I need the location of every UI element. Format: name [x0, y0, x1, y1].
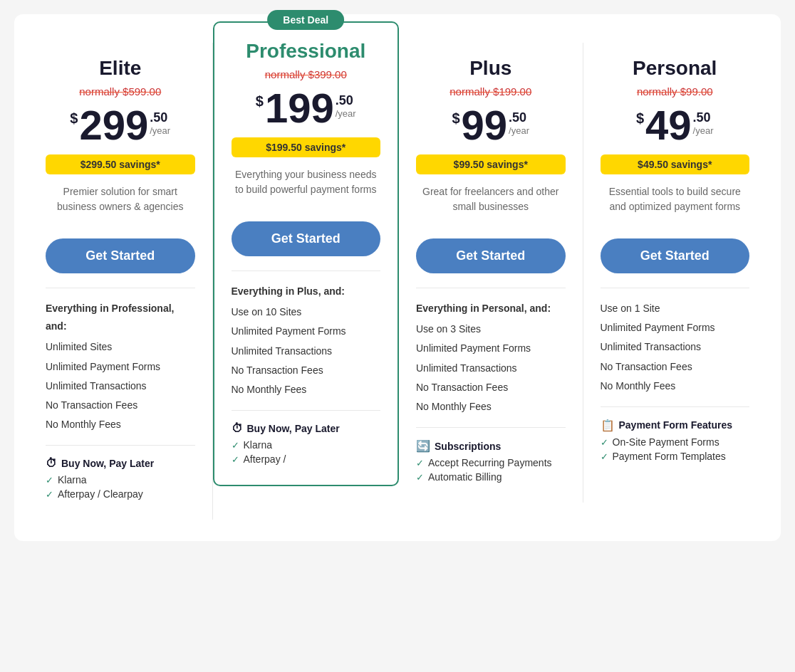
price-row-elite: $ 299 .50 /year: [46, 105, 195, 146]
section1-divider-professional: [232, 410, 381, 411]
feature-item-professional-2: Unlimited Transactions: [232, 342, 381, 360]
original-price-elite: normally $599.00: [46, 85, 195, 98]
section1-item-personal-0: ✓ On-Site Payment Forms: [601, 436, 750, 448]
price-year-personal: /year: [693, 125, 714, 136]
features-header-elite: Everything in Professional, and:: [46, 300, 195, 335]
section1-item-text-personal-1: Payment Form Templates: [613, 451, 726, 462]
plan-name-personal: Personal: [601, 57, 750, 80]
divider-professional: [232, 271, 381, 271]
plan-description-plus: Great for freelancers and other small bu…: [416, 184, 566, 227]
get-started-btn-plus[interactable]: Get Started: [416, 238, 566, 273]
feature-item-professional-4: No Monthly Fees: [232, 381, 381, 399]
section1-header-plus: 🔄 Subscriptions: [416, 439, 566, 453]
plan-name-elite: Elite: [46, 57, 195, 80]
get-started-btn-professional[interactable]: Get Started: [232, 221, 381, 256]
section1-divider-elite: [46, 445, 195, 446]
price-row-plus: $ 99 .50 /year: [416, 105, 566, 146]
plan-name-plus: Plus: [416, 57, 566, 80]
section1-header-personal: 📋 Payment Form Features: [601, 419, 750, 432]
section1-icon-personal: 📋: [601, 419, 615, 432]
plan-card-professional: Best DealProfessionalnormally $399.00 $ …: [213, 21, 400, 486]
feature-item-professional-3: No Transaction Fees: [232, 362, 381, 379]
check-icon-elite-1: ✓: [46, 489, 53, 500]
price-cents-professional: .50: [336, 93, 356, 108]
original-price-personal: normally $99.00: [601, 85, 750, 98]
plan-card-plus: Plusnormally $199.00 $ 99 .50 /year $99.…: [399, 43, 583, 503]
section1-label-personal: Payment Form Features: [619, 419, 733, 431]
feature-item-professional-0: Use on 10 Sites: [232, 303, 381, 321]
section1-item-text-plus-0: Accept Recurring Payments: [428, 457, 552, 468]
feature-item-plus-4: No Monthly Fees: [416, 398, 566, 416]
price-cents-personal: .50: [693, 110, 714, 125]
section1-item-elite-1: ✓ Afterpay / Clearpay: [46, 488, 195, 500]
plan-description-personal: Essential tools to build secure and opti…: [601, 184, 750, 227]
section1-item-professional-1: ✓ Afterpay /: [232, 453, 381, 465]
plan-card-elite: Elitenormally $599.00 $ 299 .50 /year $2…: [28, 43, 213, 520]
price-dollar-personal: $: [636, 110, 644, 127]
section1-icon-plus: 🔄: [416, 439, 430, 453]
feature-item-personal-3: No Transaction Fees: [601, 358, 750, 376]
section1-icon-professional: ⏱: [232, 422, 243, 435]
check-icon-plus-1: ✓: [416, 472, 424, 483]
section1-item-text-elite-1: Afterpay / Clearpay: [58, 488, 143, 500]
price-cents-plus: .50: [509, 110, 529, 125]
check-icon-professional-0: ✓: [232, 440, 239, 451]
feature-item-professional-1: Unlimited Payment Forms: [232, 322, 381, 340]
feature-item-elite-4: No Monthly Fees: [46, 416, 195, 434]
plan-description-elite: Premier solution for smart business owne…: [46, 184, 195, 227]
check-icon-personal-0: ✓: [601, 437, 608, 448]
price-year-plus: /year: [509, 125, 529, 136]
pricing-wrapper: Elitenormally $599.00 $ 299 .50 /year $2…: [14, 14, 781, 541]
price-year-professional: /year: [336, 108, 356, 119]
price-row-professional: $ 199 .50 /year: [232, 88, 381, 129]
check-icon-personal-1: ✓: [601, 451, 608, 462]
feature-item-personal-1: Unlimited Payment Forms: [601, 319, 750, 337]
get-started-btn-elite[interactable]: Get Started: [46, 238, 195, 273]
section1-item-elite-0: ✓ Klarna: [46, 474, 195, 485]
savings-badge-personal: $49.50 savings*: [601, 154, 750, 174]
section1-divider-plus: [416, 427, 566, 428]
feature-item-personal-4: No Monthly Fees: [601, 377, 750, 395]
features-list-professional: Everything in Plus, and:Use on 10 SitesU…: [232, 283, 381, 399]
divider-plus: [416, 288, 566, 288]
section1-item-professional-0: ✓ Klarna: [232, 439, 381, 451]
feature-item-elite-2: Unlimited Transactions: [46, 377, 195, 395]
feature-item-personal-2: Unlimited Transactions: [601, 338, 750, 356]
features-list-personal: Use on 1 SiteUnlimited Payment FormsUnli…: [601, 300, 750, 395]
section1-header-professional: ⏱ Buy Now, Pay Later: [232, 422, 381, 435]
section1-item-personal-1: ✓ Payment Form Templates: [601, 451, 750, 462]
check-icon-plus-0: ✓: [416, 458, 424, 468]
feature-item-plus-1: Unlimited Payment Forms: [416, 340, 566, 357]
section1-divider-personal: [601, 406, 750, 407]
features-header-professional: Everything in Plus, and:: [232, 283, 381, 300]
check-icon-professional-1: ✓: [232, 454, 239, 465]
feature-item-personal-0: Use on 1 Site: [601, 300, 750, 317]
features-header-plus: Everything in Personal, and:: [416, 300, 566, 317]
section1-item-text-personal-0: On-Site Payment Forms: [613, 436, 719, 448]
check-icon-elite-0: ✓: [46, 475, 53, 485]
savings-badge-professional: $199.50 savings*: [232, 137, 381, 157]
feature-item-elite-1: Unlimited Payment Forms: [46, 358, 195, 376]
get-started-btn-personal[interactable]: Get Started: [601, 238, 750, 273]
price-main-personal: 49: [645, 105, 692, 146]
section1-label-professional: Buy Now, Pay Later: [247, 423, 340, 434]
price-cents-elite: .50: [150, 110, 170, 125]
plan-description-professional: Everything your business needs to build …: [232, 167, 381, 210]
features-list-elite: Everything in Professional, and:Unlimite…: [46, 300, 195, 434]
feature-item-elite-0: Unlimited Sites: [46, 338, 195, 356]
section1-item-plus-1: ✓ Automatic Billing: [416, 471, 566, 483]
section1-header-elite: ⏱ Buy Now, Pay Later: [46, 457, 195, 470]
divider-elite: [46, 288, 195, 288]
savings-badge-plus: $99.50 savings*: [416, 154, 566, 174]
plans-container: Elitenormally $599.00 $ 299 .50 /year $2…: [28, 43, 767, 520]
plan-name-professional: Professional: [232, 40, 381, 63]
section1-label-elite: Buy Now, Pay Later: [61, 458, 154, 469]
feature-item-elite-3: No Transaction Fees: [46, 397, 195, 414]
section1-item-text-elite-0: Klarna: [58, 474, 86, 485]
price-main-elite: 299: [79, 105, 148, 146]
price-dollar-elite: $: [70, 110, 78, 127]
best-deal-badge: Best Deal: [267, 10, 344, 30]
savings-badge-elite: $299.50 savings*: [46, 154, 195, 174]
section1-item-text-professional-0: Klarna: [244, 439, 272, 451]
section1-item-text-plus-1: Automatic Billing: [428, 471, 502, 483]
